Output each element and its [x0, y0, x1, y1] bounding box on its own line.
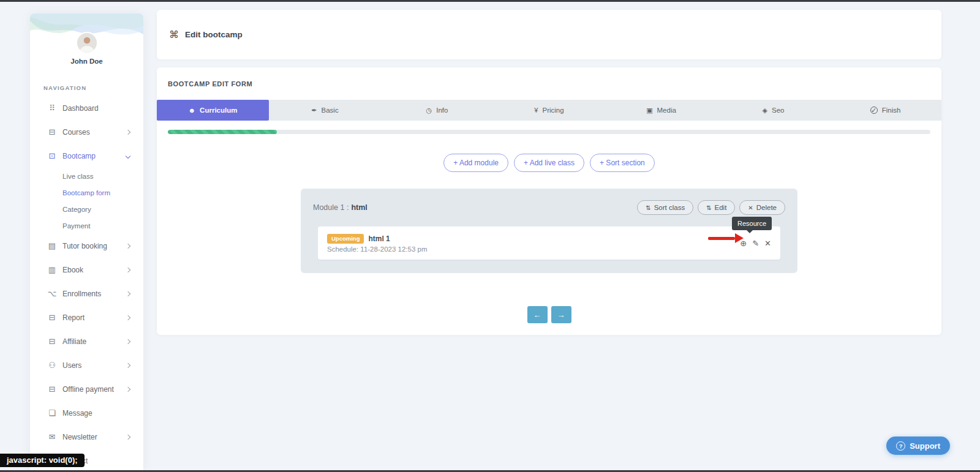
tab-pricing[interactable]: ¥ Pricing — [493, 100, 605, 121]
remove-icon[interactable]: ✕ — [764, 239, 771, 247]
window-top-edge — [0, 0, 980, 2]
chevron-right-icon — [126, 315, 130, 320]
submenu-item-category[interactable]: Category — [30, 201, 143, 217]
tab-curriculum[interactable]: ☻ Curriculum — [157, 100, 269, 121]
clock-icon: ◷ — [426, 107, 432, 114]
chevron-right-icon — [126, 291, 130, 296]
chat-bubble-icon: ❏ — [47, 408, 57, 418]
sidebar-item-newsletter[interactable]: ✉ Newsletter — [30, 425, 143, 449]
archive-icon: ⊟ — [47, 313, 57, 322]
page-title: Edit bootcamp — [185, 30, 243, 39]
progress-bar — [168, 130, 277, 134]
curriculum-toolbar: + Add module + Add live class + Sort sec… — [168, 154, 930, 172]
archive-icon: ⊟ — [47, 337, 57, 346]
sidebar-item-courses[interactable]: ⊟ Courses — [30, 120, 143, 144]
next-step-button[interactable]: → — [551, 306, 571, 323]
sidebar-item-bootcamp[interactable]: ⊡ Bootcamp — [30, 144, 143, 168]
lesson-title: html 1 — [368, 234, 390, 243]
chevron-down-icon — [126, 153, 130, 158]
browser-status-text: javascript: void(0); — [0, 454, 85, 467]
dashboard-grid-icon: ⠿ — [47, 103, 57, 113]
edit-pencil-icon[interactable]: ✎ — [752, 239, 759, 247]
chevron-right-icon — [126, 362, 130, 367]
delete-module-button[interactable]: ✕ Delete — [739, 200, 785, 215]
book-icon: ▥ — [47, 265, 57, 274]
support-button[interactable]: ? Support — [886, 436, 950, 455]
tab-basic[interactable]: ✒ Basic — [269, 100, 381, 121]
command-icon: ⌘ — [169, 29, 179, 40]
users-icon: ⚇ — [47, 361, 57, 370]
envelope-icon: ✉ — [47, 432, 57, 441]
sidebar-item-report[interactable]: ⊟ Report — [30, 305, 143, 329]
sidebar-item-ebook[interactable]: ▥ Ebook — [30, 258, 143, 282]
tag-icon: ◈ — [763, 107, 767, 114]
lesson-schedule: Schedule: 11-28-2023 12:53 pm — [327, 245, 740, 253]
annotation-arrow — [708, 233, 744, 244]
pen-icon: ✒ — [311, 107, 317, 114]
chevron-right-icon — [126, 243, 130, 248]
submenu-item-live-class[interactable]: Live class — [30, 168, 143, 184]
check-circle-icon: ✓ — [870, 107, 878, 114]
courses-basket-icon: ⊟ — [47, 127, 57, 137]
yen-icon: ¥ — [534, 107, 538, 114]
sort-icon: ⇅ — [706, 204, 711, 211]
hierarchy-icon: ⌥ — [47, 289, 57, 298]
bootcamp-submenu: Live class Bootcamp form Category Paymen… — [30, 168, 143, 234]
module-buttons: ⇅ Sort class ⇅ Edit ✕ Delete — [637, 200, 785, 215]
chevron-right-icon — [126, 386, 130, 391]
chevron-right-icon — [126, 434, 130, 439]
tab-info[interactable]: ◷ Info — [381, 100, 493, 121]
lesson-info: Upcoming html 1 Schedule: 11-28-2023 12:… — [327, 234, 740, 253]
form-step-tabs: ☻ Curriculum ✒ Basic ◷ Info ¥ Pricing ▣ … — [157, 100, 941, 121]
resource-tooltip: Resource — [732, 217, 772, 230]
bootcamp-edit-form-card: BOOTCAMP EDIT FORM ☻ Curriculum ✒ Basic … — [157, 67, 941, 335]
sort-class-button[interactable]: ⇅ Sort class — [637, 200, 693, 215]
card-title: BOOTCAMP EDIT FORM — [157, 67, 941, 100]
chevron-right-icon — [126, 129, 130, 134]
module-title: Module 1 :html — [313, 203, 368, 212]
avatar — [77, 33, 97, 53]
archive-icon: ⊟ — [47, 384, 57, 394]
sidebar-item-tutor-booking[interactable]: ▤ Tutor booking — [30, 234, 143, 258]
sidebar-item-enrollments[interactable]: ⌥ Enrollments — [30, 282, 143, 305]
close-icon: ✕ — [748, 204, 753, 211]
sidebar-item-message[interactable]: ❏ Message — [30, 401, 143, 425]
module-card: Module 1 :html ⇅ Sort class ⇅ Edit ✕ — [301, 189, 797, 273]
sort-icon: ⇅ — [646, 204, 650, 211]
main-content: ⌘ Edit bootcamp BOOTCAMP EDIT FORM ☻ Cur… — [157, 10, 941, 335]
lesson-row: Upcoming html 1 Schedule: 11-28-2023 12:… — [318, 227, 780, 260]
edit-module-button[interactable]: ⇅ Edit — [698, 200, 735, 215]
status-badge: Upcoming — [327, 234, 364, 244]
tab-seo[interactable]: ◈ Seo — [717, 100, 829, 121]
sort-section-button[interactable]: + Sort section — [590, 154, 655, 172]
page-header: ⌘ Edit bootcamp — [157, 10, 941, 59]
chevron-right-icon — [126, 267, 130, 272]
add-module-button[interactable]: + Add module — [443, 154, 508, 172]
user-name: John Doe — [30, 58, 143, 65]
image-icon: ▣ — [646, 107, 652, 114]
sidebar-item-dashboard[interactable]: ⠿ Dashboard — [30, 96, 143, 120]
tab-finish[interactable]: ✓ Finish — [829, 100, 941, 121]
sidebar: John Doe NAVIGATION ⠿ Dashboard ⊟ Course… — [30, 13, 143, 472]
submenu-item-payment[interactable]: Payment — [30, 217, 143, 234]
sidebar-nav: ⠿ Dashboard ⊟ Courses ⊡ Bootcamp Live cl… — [30, 96, 143, 472]
previous-step-button[interactable]: ← — [527, 306, 548, 323]
sidebar-item-affiliate[interactable]: ⊟ Affiliate — [30, 329, 143, 353]
progress-track — [168, 130, 930, 134]
question-icon: ? — [896, 441, 905, 451]
add-live-class-button[interactable]: + Add live class — [514, 154, 584, 172]
submenu-item-bootcamp-form[interactable]: Bootcamp form — [30, 184, 143, 201]
chevron-right-icon — [126, 339, 130, 343]
step-pager: ← → — [168, 306, 930, 323]
sidebar-item-offline-payment[interactable]: ⊟ Offline payment — [30, 377, 143, 401]
sidebar-item-users[interactable]: ⚇ Users — [30, 353, 143, 377]
module-header: Module 1 :html ⇅ Sort class ⇅ Edit ✕ — [313, 198, 785, 217]
nav-section-label: NAVIGATION — [43, 84, 143, 91]
lesson-actions: ⊕ ✎ ✕ — [740, 239, 771, 247]
form-body: + Add module + Add live class + Sort sec… — [157, 121, 941, 323]
cast-screen-icon: ⊡ — [47, 151, 57, 160]
notebook-icon: ▤ — [47, 241, 57, 250]
tab-media[interactable]: ▣ Media — [605, 100, 717, 121]
user-circle-icon: ☻ — [189, 107, 196, 114]
